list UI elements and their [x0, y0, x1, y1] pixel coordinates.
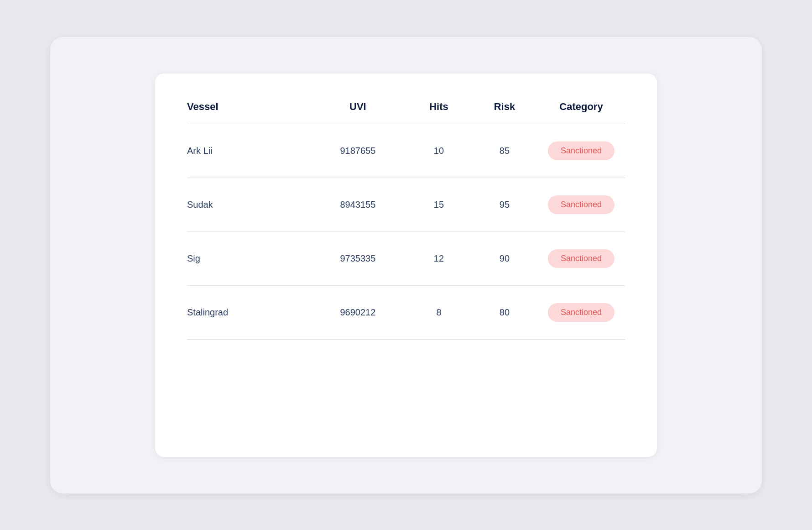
cell-risk: 90: [472, 231, 537, 285]
sanctioned-badge: Sanctioned: [548, 142, 614, 160]
cell-category: Sanctioned: [537, 178, 625, 231]
cell-uvi: 9187655: [310, 124, 406, 178]
cell-hits: 12: [406, 231, 472, 285]
cell-risk: 80: [472, 285, 537, 339]
cell-uvi: 9690212: [310, 285, 406, 339]
table-row: Ark Lii91876551085Sanctioned: [187, 124, 625, 178]
outer-container: Vessel UVI Hits Risk Category Ark Lii918…: [50, 37, 762, 493]
cell-vessel: Sig: [187, 231, 310, 285]
cell-vessel: Sudak: [187, 178, 310, 231]
cell-risk: 85: [472, 124, 537, 178]
cell-uvi: 9735335: [310, 231, 406, 285]
cell-hits: 10: [406, 124, 472, 178]
cell-hits: 15: [406, 178, 472, 231]
table-row: Stalingrad9690212880Sanctioned: [187, 285, 625, 339]
table-row: Sudak89431551595Sanctioned: [187, 178, 625, 231]
cell-vessel: Stalingrad: [187, 285, 310, 339]
cell-category: Sanctioned: [537, 285, 625, 339]
table-header-row: Vessel UVI Hits Risk Category: [187, 101, 625, 124]
cell-category: Sanctioned: [537, 124, 625, 178]
sanctioned-badge: Sanctioned: [548, 249, 614, 268]
column-header-vessel: Vessel: [187, 101, 310, 124]
card: Vessel UVI Hits Risk Category Ark Lii918…: [155, 73, 657, 457]
column-header-uvi: UVI: [310, 101, 406, 124]
column-header-category: Category: [537, 101, 625, 124]
column-header-risk: Risk: [472, 101, 537, 124]
table-row: Sig97353351290Sanctioned: [187, 231, 625, 285]
column-header-hits: Hits: [406, 101, 472, 124]
cell-category: Sanctioned: [537, 231, 625, 285]
cell-hits: 8: [406, 285, 472, 339]
cell-uvi: 8943155: [310, 178, 406, 231]
cell-risk: 95: [472, 178, 537, 231]
vessels-table: Vessel UVI Hits Risk Category Ark Lii918…: [187, 101, 625, 340]
sanctioned-badge: Sanctioned: [548, 303, 614, 322]
sanctioned-badge: Sanctioned: [548, 195, 614, 214]
cell-vessel: Ark Lii: [187, 124, 310, 178]
